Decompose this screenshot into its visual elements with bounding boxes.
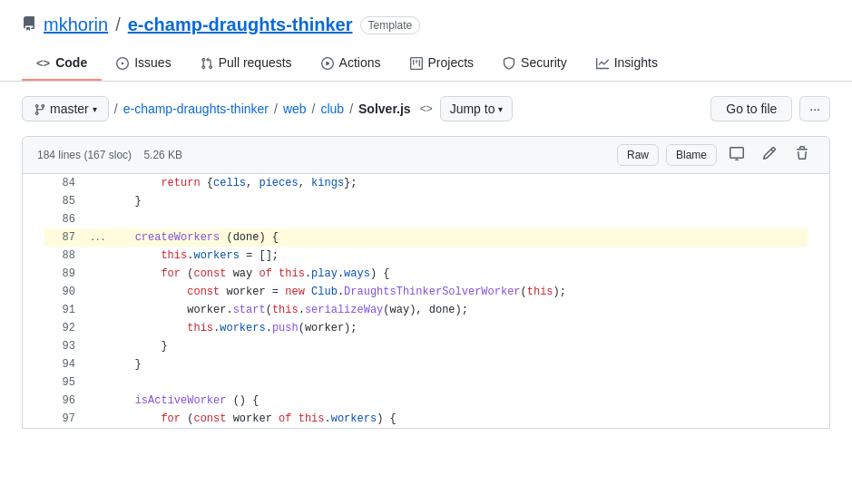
path-part-root[interactable]: e-champ-draughts-thinker (123, 102, 269, 116)
line-code-89: for (const way of this.play.ways) { (105, 265, 808, 283)
line-num-91[interactable]: 91 (44, 301, 90, 319)
line-num-90[interactable]: 90 (44, 283, 90, 301)
edit-file-button[interactable] (757, 144, 782, 166)
repo-separator: / (115, 15, 121, 35)
branch-label: master (50, 102, 89, 116)
table-row: 92 this.workers.push(worker); (44, 319, 808, 337)
line-code-90: const worker = new Club.DraughtsThinkerS… (105, 283, 808, 301)
tab-issues-label: Issues (134, 55, 171, 70)
line-code-85: } (105, 192, 808, 210)
branch-chevron-icon: ▾ (93, 104, 97, 114)
table-row: 94 } (44, 355, 808, 373)
delete-file-button[interactable] (789, 144, 815, 166)
tab-security-label: Security (521, 55, 567, 70)
tab-projects[interactable]: Projects (396, 46, 489, 81)
line-gutter-92 (90, 319, 105, 337)
line-num-95[interactable]: 95 (44, 373, 90, 392)
line-code-84: return {cells, pieces, kings}; (105, 174, 808, 192)
line-code-95 (105, 373, 808, 392)
nav-item-issues: Issues (102, 46, 185, 81)
more-options-button[interactable]: ··· (799, 96, 830, 121)
path-sep-2: / (274, 102, 278, 116)
go-to-file-button[interactable]: Go to file (710, 96, 792, 121)
tab-actions[interactable]: Actions (307, 46, 396, 81)
code-icon: <> (36, 56, 50, 70)
tab-projects-label: Projects (428, 55, 475, 70)
tab-issues[interactable]: Issues (102, 46, 185, 81)
line-num-92[interactable]: 92 (44, 319, 90, 337)
jump-to-button[interactable]: Jump to ▾ (440, 96, 514, 121)
line-code-94: } (105, 355, 808, 373)
branch-icon (34, 102, 46, 116)
path-sep-4: / (349, 102, 353, 116)
actions-icon (321, 55, 334, 70)
file-lines: 184 lines (37, 149, 81, 161)
line-gutter-88 (90, 247, 105, 265)
code-container: 84 return {cells, pieces, kings}; 85 } 8… (44, 174, 808, 428)
jump-to-label: Jump to (450, 102, 495, 116)
line-code-91: worker.start(this.serializeWay(way), don… (105, 301, 808, 319)
desktop-view-button[interactable] (724, 144, 749, 166)
line-num-97[interactable]: 97 (44, 410, 90, 428)
tab-insights[interactable]: Insights (582, 46, 672, 81)
line-gutter-97 (90, 410, 105, 428)
nav-item-pull-requests: Pull requests (186, 46, 307, 81)
template-badge: Template (360, 16, 421, 34)
insights-icon (596, 55, 609, 70)
line-gutter-96 (90, 392, 105, 410)
line-num-84[interactable]: 84 (44, 174, 90, 192)
line-num-93[interactable]: 93 (44, 337, 90, 355)
line-gutter-91 (90, 301, 105, 319)
path-part-club[interactable]: club (320, 102, 344, 116)
nav-item-projects: Projects (396, 46, 489, 81)
line-gutter-94 (90, 355, 105, 373)
line-gutter-90 (90, 283, 105, 301)
line-num-94[interactable]: 94 (44, 355, 90, 373)
branch-selector[interactable]: master ▾ (22, 96, 109, 121)
breadcrumb-bar: master ▾ / e-champ-draughts-thinker / we… (0, 82, 852, 136)
nav-item-security: Security (488, 46, 582, 81)
table-row: 93 } (44, 337, 808, 355)
tab-code[interactable]: <> Code (22, 46, 102, 81)
raw-button[interactable]: Raw (617, 144, 659, 166)
blame-button[interactable]: Blame (666, 144, 717, 166)
line-code-96: isActiveWorker () { (105, 392, 808, 410)
line-gutter-95 (90, 373, 105, 392)
table-row: 87 ... createWorkers (done) { (44, 228, 808, 247)
line-num-96[interactable]: 96 (44, 392, 90, 410)
path-part-web[interactable]: web (283, 102, 307, 116)
tab-insights-label: Insights (614, 55, 658, 70)
line-code-97: for (const worker of this.workers) { (105, 410, 808, 428)
file-actions: Raw Blame (617, 144, 815, 166)
tab-actions-label: Actions (339, 55, 381, 70)
line-num-86[interactable]: 86 (44, 210, 90, 228)
tab-pull-requests[interactable]: Pull requests (186, 46, 307, 81)
tab-pull-requests-label: Pull requests (219, 55, 292, 70)
jump-to-chevron-icon: ▾ (498, 104, 503, 114)
table-row: 91 worker.start(this.serializeWay(way), … (44, 301, 808, 319)
line-gutter-87: ... (90, 228, 105, 247)
line-gutter-89 (90, 265, 105, 283)
repo-name[interactable]: e-champ-draughts-thinker (128, 15, 353, 35)
code-table: 84 return {cells, pieces, kings}; 85 } 8… (44, 174, 808, 428)
line-num-88[interactable]: 88 (44, 247, 90, 265)
line-code-86 (105, 210, 808, 228)
tab-security[interactable]: Security (488, 46, 582, 81)
repo-icon (22, 16, 36, 34)
file-sloc: (167 sloc) (83, 149, 132, 161)
repo-header: mkhorin / e-champ-draughts-thinker Templ… (0, 0, 852, 82)
line-code-88: this.workers = []; (105, 247, 808, 265)
repo-title: mkhorin / e-champ-draughts-thinker Templ… (22, 15, 830, 35)
repo-owner[interactable]: mkhorin (44, 15, 108, 35)
path-sep-3: / (312, 102, 316, 116)
issues-icon (116, 55, 129, 70)
file-stats: 184 lines (167 sloc) 5.26 KB (37, 149, 182, 161)
line-gutter-86 (90, 210, 105, 228)
line-num-85[interactable]: 85 (44, 192, 90, 210)
nav-item-code: <> Code (22, 46, 102, 81)
tab-code-label: Code (55, 55, 87, 70)
line-num-89[interactable]: 89 (44, 265, 90, 283)
line-num-87[interactable]: 87 (44, 228, 90, 247)
current-file: Solver.js (358, 102, 411, 116)
breadcrumb: master ▾ / e-champ-draughts-thinker / we… (22, 96, 513, 121)
